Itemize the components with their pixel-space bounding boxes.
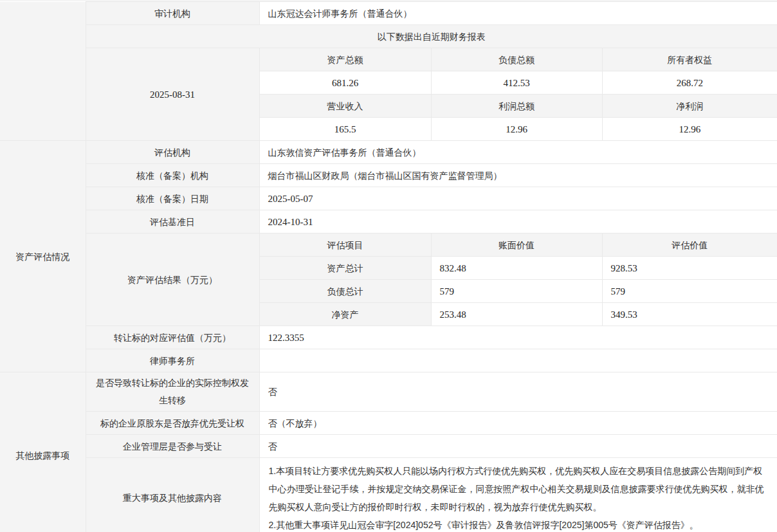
audit-agency-label: 审计机构 bbox=[86, 2, 259, 25]
report-date: 2025-08-31 bbox=[86, 48, 259, 141]
table-row: 转让标的对应评估值（万元） 122.3355 bbox=[0, 326, 777, 349]
eval-assessed-total-assets: 928.53 bbox=[602, 257, 777, 280]
eval-book-total-assets: 832.48 bbox=[431, 257, 602, 280]
eval-base-date-value: 2024-10-31 bbox=[259, 210, 777, 234]
fin-header-revenue: 营业收入 bbox=[259, 95, 431, 118]
transfer-eval-value: 122.3355 bbox=[259, 326, 777, 349]
group-cell-other-disclosure: 其他披露事项 bbox=[0, 372, 86, 532]
fin-value-total-profit: 12.96 bbox=[431, 118, 602, 141]
eval-item-total-liabilities: 负债总计 bbox=[259, 280, 431, 303]
fin-value-owners-equity: 268.72 bbox=[602, 71, 777, 95]
law-firm-value bbox=[259, 349, 777, 372]
approval-agency-label: 核准（备案）机构 bbox=[86, 164, 259, 187]
table-row: 资产评估结果（万元） 评估项目 账面价值 评估价值 bbox=[0, 234, 777, 257]
eval-header-book-value: 账面价值 bbox=[431, 234, 602, 257]
fin-value-total-assets: 681.26 bbox=[259, 71, 431, 95]
approval-date-label: 核准（备案）日期 bbox=[86, 187, 259, 210]
management-participation-label: 企业管理层是否参与受让 bbox=[86, 435, 259, 458]
fin-value-net-profit: 12.96 bbox=[602, 118, 777, 141]
group-cell-empty bbox=[0, 2, 86, 141]
table-row: 核准（备案）机构 烟台市福山区财政局（烟台市福山区国有资产监督管理局） bbox=[0, 164, 777, 187]
waive-preemptive-right-value: 否（不放弃） bbox=[259, 412, 777, 435]
fin-value-total-liabilities: 412.53 bbox=[431, 71, 602, 95]
table-row: 企业管理层是否参与受让 否 bbox=[0, 435, 777, 458]
financial-note: 以下数据出自近期财务报表 bbox=[86, 25, 777, 48]
waive-preemptive-right-label: 标的企业原股东是否放弃优先受让权 bbox=[86, 412, 259, 435]
eval-header-assessed-value: 评估价值 bbox=[602, 234, 777, 257]
management-participation-value: 否 bbox=[259, 435, 777, 458]
eval-result-label: 资产评估结果（万元） bbox=[86, 234, 259, 326]
table-row: 以下数据出自近期财务报表 bbox=[0, 25, 777, 48]
eval-assessed-total-liabilities: 579 bbox=[602, 280, 777, 303]
eval-book-total-liabilities: 579 bbox=[431, 280, 602, 303]
eval-header-item: 评估项目 bbox=[259, 234, 431, 257]
control-transfer-value: 否 bbox=[259, 372, 777, 412]
table-row: 资产评估情况 评估机构 山东敦信资产评估事务所（普通合伙） bbox=[0, 141, 777, 164]
table-row: 2025-08-31 资产总额 负债总额 所有者权益 bbox=[0, 48, 777, 71]
eval-base-date-label: 评估基准日 bbox=[86, 210, 259, 234]
table-row: 律师事务所 bbox=[0, 349, 777, 372]
fin-value-revenue: 165.5 bbox=[259, 118, 431, 141]
eval-item-total-assets: 资产总计 bbox=[259, 257, 431, 280]
fin-header-total-assets: 资产总额 bbox=[259, 48, 431, 71]
approval-agency-value: 烟台市福山区财政局（烟台市福山区国有资产监督管理局） bbox=[259, 164, 777, 187]
table-row: 标的企业原股东是否放弃优先受让权 否（不放弃） bbox=[0, 412, 777, 435]
major-matters-paragraph-1: 1.本项目转让方要求优先购买权人只能以场内行权方式行使优先购买权，优先购买权人应… bbox=[269, 462, 769, 516]
fin-header-total-profit: 利润总额 bbox=[431, 95, 602, 118]
disclosure-table: 审计机构 山东冠达会计师事务所（普通合伙） 以下数据出自近期财务报表 2025-… bbox=[0, 1, 777, 532]
transfer-eval-label: 转让标的对应评估值（万元） bbox=[86, 326, 259, 349]
table-row: 其他披露事项 是否导致转让标的企业的实际控制权发生转移 否 bbox=[0, 372, 777, 412]
audit-agency-value: 山东冠达会计师事务所（普通合伙） bbox=[259, 2, 777, 25]
eval-book-net-assets: 253.48 bbox=[431, 303, 602, 326]
group-cell-asset-evaluation: 资产评估情况 bbox=[0, 141, 86, 372]
table-row: 评估基准日 2024-10-31 bbox=[0, 210, 777, 234]
eval-item-net-assets: 净资产 bbox=[259, 303, 431, 326]
fin-header-owners-equity: 所有者权益 bbox=[602, 48, 777, 71]
major-matters-content: 1.本项目转让方要求优先购买权人只能以场内行权方式行使优先购买权，优先购买权人应… bbox=[259, 458, 777, 532]
eval-agency-label: 评估机构 bbox=[86, 141, 259, 164]
major-matters-label: 重大事项及其他披露内容 bbox=[86, 458, 259, 532]
fin-header-total-liabilities: 负债总额 bbox=[431, 48, 602, 71]
eval-agency-value: 山东敦信资产评估事务所（普通合伙） bbox=[259, 141, 777, 164]
eval-assessed-net-assets: 349.53 bbox=[602, 303, 777, 326]
fin-header-net-profit: 净利润 bbox=[602, 95, 777, 118]
approval-date-value: 2025-05-07 bbox=[259, 187, 777, 210]
major-matters-paragraph-2: 2.其他重大事项详见山冠会审字[2024]052号《审计报告》及鲁敦信评报字[2… bbox=[269, 516, 769, 532]
table-row: 核准（备案）日期 2025-05-07 bbox=[0, 187, 777, 210]
law-firm-label: 律师事务所 bbox=[86, 349, 259, 372]
table-row: 重大事项及其他披露内容 1.本项目转让方要求优先购买权人只能以场内行权方式行使优… bbox=[0, 458, 777, 532]
control-transfer-label: 是否导致转让标的企业的实际控制权发生转移 bbox=[86, 372, 259, 412]
table-row: 审计机构 山东冠达会计师事务所（普通合伙） bbox=[0, 2, 777, 25]
